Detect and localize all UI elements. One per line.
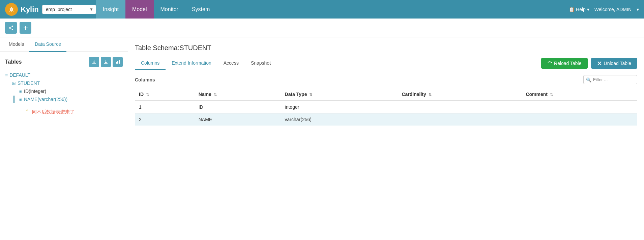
- columns-section-title: Columns: [135, 77, 155, 82]
- nav-right: 📋 Help ▾ Welcome, ADMIN ▾: [569, 7, 639, 12]
- cell-cardinality-2: [398, 113, 522, 126]
- right-content: Table Schema:STUDENT Columns Extend Info…: [128, 37, 644, 240]
- logo-text: Kylin: [21, 5, 39, 14]
- help-button[interactable]: 📋 Help ▾: [569, 7, 589, 12]
- col-header-id[interactable]: ID ⇅: [135, 88, 195, 101]
- top-nav: 京 Kylin emp_project learn_kylin default …: [0, 0, 644, 19]
- sidebar-title: Tables: [5, 57, 123, 67]
- col-header-cardinality[interactable]: Cardinality ⇅: [398, 88, 522, 101]
- sort-id-icon: ⇅: [146, 93, 149, 97]
- svg-rect-12: [119, 60, 120, 64]
- tree-column-name[interactable]: ▣ NAME(varchar(256)): [19, 95, 67, 103]
- col-header-name[interactable]: Name ⇅: [195, 88, 281, 101]
- logo-area: 京 Kylin: [5, 3, 39, 16]
- svg-text:京: 京: [9, 7, 14, 12]
- cell-id-1: 1: [135, 101, 195, 113]
- table-tabs: Columns Extend Information Access Snapsh…: [135, 57, 277, 70]
- cell-id-2: 2: [135, 113, 195, 126]
- nav-item-monitor[interactable]: Monitor: [154, 0, 185, 19]
- sidebar-tabs: Models Data Source: [0, 37, 128, 52]
- sort-cardinality-icon: ⇅: [429, 93, 432, 97]
- filter-search-icon: 🔍: [586, 77, 591, 82]
- nav-item-insight[interactable]: Insight: [96, 0, 125, 19]
- annotation-area: ↑ 同不后数据表进来了: [5, 103, 123, 117]
- tab-columns[interactable]: Columns: [135, 57, 166, 70]
- table-body: 1 ID integer 2 NAME varchar(256): [135, 101, 637, 126]
- col-header-comment[interactable]: Comment ⇅: [522, 88, 637, 101]
- tree: ≡ DEFAULT ⊞ STUDENT ▣ ID(integer) ▣: [5, 71, 123, 103]
- table-icon: ⊞: [12, 80, 16, 86]
- add-button[interactable]: [20, 22, 31, 34]
- tab-access[interactable]: Access: [217, 57, 245, 70]
- cell-comment-2: [522, 113, 637, 126]
- tree-group-default[interactable]: ≡ DEFAULT: [5, 71, 123, 79]
- sort-datatype-icon: ⇅: [309, 93, 312, 97]
- reload-table-button[interactable]: Reload Table: [541, 58, 587, 69]
- download-button[interactable]: [101, 57, 111, 67]
- cell-datatype-2: varchar(256): [281, 113, 398, 126]
- cell-name-2: NAME: [195, 113, 281, 126]
- sidebar-content: Tables: [0, 52, 128, 240]
- cell-name-1: ID: [195, 101, 281, 113]
- tree-table-student[interactable]: ⊞ STUDENT: [5, 79, 123, 87]
- cell-cardinality-1: [398, 101, 522, 113]
- database-icon: ≡: [5, 72, 8, 78]
- nav-item-model[interactable]: Model: [125, 0, 154, 19]
- left-sidebar: Models Data Source Tables: [0, 37, 128, 240]
- nav-items: Insight Model Monitor System: [96, 0, 216, 19]
- svg-point-2: [12, 26, 13, 27]
- unload-table-button[interactable]: Unload Table: [591, 58, 637, 69]
- table-row: 1 ID integer: [135, 101, 637, 113]
- svg-point-4: [12, 29, 13, 30]
- share-button[interactable]: [5, 22, 17, 34]
- toolbar: [0, 19, 644, 37]
- annotation-text: 同不后数据表进来了: [32, 109, 75, 114]
- column-icon: ▣: [19, 89, 22, 94]
- sort-name-icon: ⇅: [214, 93, 217, 97]
- load-table-button[interactable]: [89, 57, 99, 67]
- table-tabs-row: Columns Extend Information Access Snapsh…: [135, 57, 637, 70]
- svg-point-3: [9, 27, 10, 29]
- sidebar-tab-models[interactable]: Models: [3, 37, 29, 52]
- tab-extend-information[interactable]: Extend Information: [166, 57, 217, 70]
- tab-snapshot[interactable]: Snapshot: [245, 57, 277, 70]
- chart-button[interactable]: [113, 57, 123, 67]
- sort-comment-icon: ⇅: [550, 93, 553, 97]
- table-buttons: Reload Table Unload Table: [541, 58, 637, 69]
- col-header-datatype[interactable]: Data Type ⇅: [281, 88, 398, 101]
- table-header: ID ⇅ Name ⇅ Data Type ⇅ Cardinality ⇅: [135, 88, 637, 101]
- table-row: 2 NAME varchar(256): [135, 113, 637, 126]
- svg-line-6: [10, 28, 12, 29]
- main-content: Models Data Source Tables: [0, 37, 644, 240]
- project-select-container[interactable]: emp_project learn_kylin default ▼: [42, 5, 96, 14]
- columns-header: Columns 🔍: [135, 75, 637, 84]
- tree-column-id[interactable]: ▣ ID(integer): [5, 87, 123, 95]
- svg-line-5: [10, 27, 12, 28]
- cell-comment-1: [522, 101, 637, 113]
- column-name-icon: ▣: [19, 97, 22, 102]
- page-title: Table Schema:STUDENT: [135, 44, 637, 52]
- selected-indicator: [13, 96, 14, 103]
- sidebar-tab-datasource[interactable]: Data Source: [29, 37, 66, 52]
- filter-input[interactable]: [583, 75, 637, 84]
- annotation-arrow-icon: ↑: [25, 107, 29, 115]
- project-select[interactable]: emp_project learn_kylin default: [42, 5, 96, 14]
- logo-icon: 京: [5, 3, 18, 16]
- columns-table: ID ⇅ Name ⇅ Data Type ⇅ Cardinality ⇅: [135, 88, 637, 126]
- svg-rect-11: [117, 61, 118, 64]
- svg-rect-10: [116, 62, 117, 64]
- welcome-text: Welcome, ADMIN: [594, 7, 632, 12]
- sidebar-actions: [89, 57, 123, 67]
- nav-item-system[interactable]: System: [185, 0, 216, 19]
- cell-datatype-1: integer: [281, 101, 398, 113]
- filter-wrapper: 🔍: [583, 75, 637, 84]
- welcome-arrow-icon: ▾: [637, 7, 639, 12]
